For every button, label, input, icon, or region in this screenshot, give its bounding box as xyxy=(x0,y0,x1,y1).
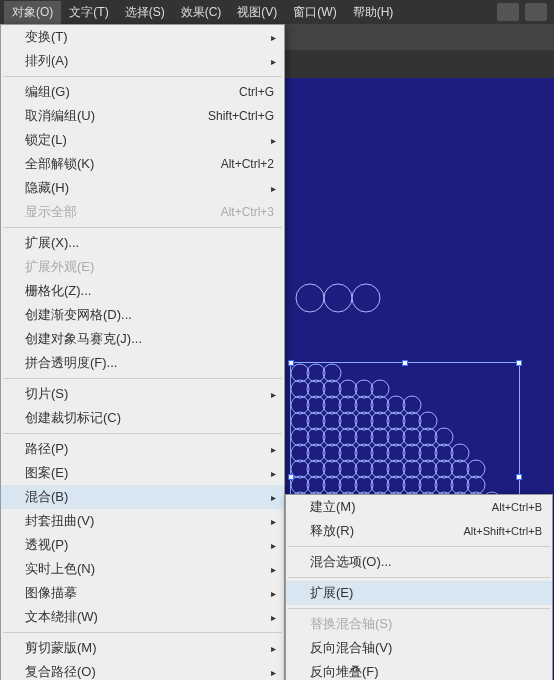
menu-effect[interactable]: 效果(C) xyxy=(173,1,230,24)
menu-item[interactable]: 图像描摹▸ xyxy=(1,581,284,605)
chevron-right-icon: ▸ xyxy=(271,516,276,527)
svg-point-0 xyxy=(296,284,324,312)
menu-item: 显示全部Alt+Ctrl+3 xyxy=(1,200,284,224)
menu-item[interactable]: 拼合透明度(F)... xyxy=(1,351,284,375)
submenu-item[interactable]: 建立(M)Alt+Ctrl+B xyxy=(286,495,552,519)
menu-item[interactable]: 取消编组(U)Shift+Ctrl+G xyxy=(1,104,284,128)
menu-item[interactable]: 栅格化(Z)... xyxy=(1,279,284,303)
menu-item[interactable]: 实时上色(N)▸ xyxy=(1,557,284,581)
menubar: 对象(O) 文字(T) 选择(S) 效果(C) 视图(V) 窗口(W) 帮助(H… xyxy=(0,0,554,24)
chevron-right-icon: ▸ xyxy=(271,32,276,43)
menu-item[interactable]: 创建对象马赛克(J)... xyxy=(1,327,284,351)
handle[interactable] xyxy=(288,360,294,366)
menu-item[interactable]: 创建裁切标记(C) xyxy=(1,406,284,430)
submenu-item[interactable]: 释放(R)Alt+Shift+Ctrl+B xyxy=(286,519,552,543)
chevron-right-icon: ▸ xyxy=(271,667,276,678)
menu-help[interactable]: 帮助(H) xyxy=(345,1,402,24)
chevron-right-icon: ▸ xyxy=(271,540,276,551)
chevron-right-icon: ▸ xyxy=(271,444,276,455)
menu-item[interactable]: 扩展(X)... xyxy=(1,231,284,255)
menu-item[interactable]: 封套扭曲(V)▸ xyxy=(1,509,284,533)
svg-point-1 xyxy=(324,284,352,312)
submenu-item[interactable]: 反向混合轴(V) xyxy=(286,636,552,660)
chevron-right-icon: ▸ xyxy=(271,183,276,194)
menu-item[interactable]: 编组(G)Ctrl+G xyxy=(1,80,284,104)
menu-item[interactable]: 变换(T)▸ xyxy=(1,25,284,49)
submenu-item: 替换混合轴(S) xyxy=(286,612,552,636)
handle[interactable] xyxy=(402,360,408,366)
chevron-right-icon: ▸ xyxy=(271,612,276,623)
chevron-right-icon: ▸ xyxy=(271,56,276,67)
handle[interactable] xyxy=(516,474,522,480)
menu-type[interactable]: 文字(T) xyxy=(61,1,116,24)
menu-item[interactable]: 剪切蒙版(M)▸ xyxy=(1,636,284,660)
handle[interactable] xyxy=(516,360,522,366)
menu-item[interactable]: 创建渐变网格(D)... xyxy=(1,303,284,327)
menu-item[interactable]: 复合路径(O)▸ xyxy=(1,660,284,680)
chevron-right-icon: ▸ xyxy=(271,389,276,400)
menu-window[interactable]: 窗口(W) xyxy=(285,1,344,24)
submenu-item[interactable]: 扩展(E) xyxy=(286,581,552,605)
menu-item[interactable]: 路径(P)▸ xyxy=(1,437,284,461)
menu-item[interactable]: 全部解锁(K)Alt+Ctrl+2 xyxy=(1,152,284,176)
submenu-item[interactable]: 混合选项(O)... xyxy=(286,550,552,574)
chevron-right-icon: ▸ xyxy=(271,588,276,599)
handle[interactable] xyxy=(288,474,294,480)
menu-item: 扩展外观(E) xyxy=(1,255,284,279)
blend-submenu: 建立(M)Alt+Ctrl+B释放(R)Alt+Shift+Ctrl+B混合选项… xyxy=(285,494,553,680)
chevron-right-icon: ▸ xyxy=(271,468,276,479)
menu-select[interactable]: 选择(S) xyxy=(117,1,173,24)
arrange-icon[interactable] xyxy=(525,3,547,21)
chevron-right-icon: ▸ xyxy=(271,492,276,503)
menu-item[interactable]: 隐藏(H)▸ xyxy=(1,176,284,200)
object-menu: 变换(T)▸排列(A)▸编组(G)Ctrl+G取消编组(U)Shift+Ctrl… xyxy=(0,24,285,680)
menu-item[interactable]: 图案(E)▸ xyxy=(1,461,284,485)
svg-point-2 xyxy=(352,284,380,312)
menu-item[interactable]: 混合(B)▸ xyxy=(1,485,284,509)
chevron-right-icon: ▸ xyxy=(271,135,276,146)
menu-view[interactable]: 视图(V) xyxy=(229,1,285,24)
menu-item[interactable]: 锁定(L)▸ xyxy=(1,128,284,152)
menu-item[interactable]: 切片(S)▸ xyxy=(1,382,284,406)
menu-item[interactable]: 排列(A)▸ xyxy=(1,49,284,73)
chevron-right-icon: ▸ xyxy=(271,564,276,575)
bridge-icon[interactable] xyxy=(497,3,519,21)
menu-object[interactable]: 对象(O) xyxy=(4,1,61,24)
menu-item[interactable]: 透视(P)▸ xyxy=(1,533,284,557)
submenu-item[interactable]: 反向堆叠(F) xyxy=(286,660,552,680)
menu-item[interactable]: 文本绕排(W)▸ xyxy=(1,605,284,629)
chevron-right-icon: ▸ xyxy=(271,643,276,654)
